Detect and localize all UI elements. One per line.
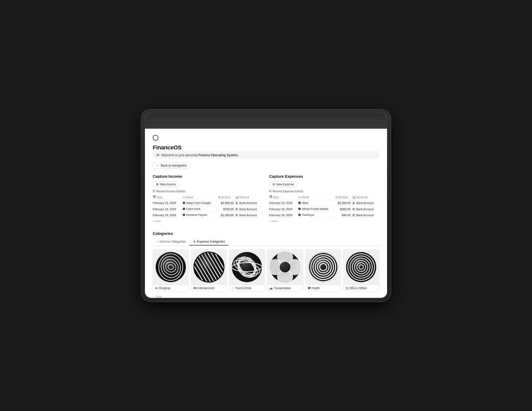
category-card[interactable]: 💙 Health [305, 249, 341, 292]
category-image [267, 249, 303, 285]
svg-point-6 [156, 252, 186, 282]
category-name: Entertainment [197, 286, 214, 290]
expenses-section: Capture Expenses ⊖ New Expense ⊖ Recent … [269, 174, 379, 224]
table-row: February 16, 2024 Whole Foods Market $30… [269, 206, 379, 212]
income-section: Capture Income ⊕ New Income ⊖ Recent Inc… [153, 174, 263, 224]
back-arrow-icon: ← [156, 164, 159, 167]
categories-title: Categories [153, 231, 379, 236]
income-account-header: 📊Account [235, 194, 263, 200]
new-category-row[interactable]: + New [153, 294, 379, 298]
category-image [343, 249, 379, 285]
category-image [229, 249, 265, 285]
category-label: 🏠 Bills & Utilities [343, 285, 379, 291]
svg-point-57 [346, 252, 376, 282]
table-row: February 16, 2024 Dividend Payout $1,200… [153, 212, 263, 218]
category-image [305, 249, 341, 285]
tab-income-categories[interactable]: ○ Income Categories [153, 238, 189, 245]
category-card[interactable]: 🍴 Food & Drink [229, 249, 265, 292]
minus-circle-icon2: ⊖ [272, 182, 275, 186]
plus-circle-icon: ⊕ [156, 182, 159, 186]
income-table: 📅Date AaName ⊕Amount 📊Ac [153, 194, 263, 218]
svg-point-19 [194, 252, 224, 282]
tab-expense-categories[interactable]: ⊖ Expense Categories [189, 238, 229, 245]
new-income-button[interactable]: ⊕ New Income [153, 181, 179, 187]
svg-point-30 [232, 252, 262, 282]
expense-amount: $1,500.00 [335, 200, 352, 206]
mail-icon: ✉ [156, 153, 159, 157]
income-name-header: AaName [183, 194, 218, 200]
categories-grid: 🛍 Shopping 🎮 Entertainment 🍴 Food & Dri [153, 249, 379, 292]
filled-circle-icon: ⊖ [193, 240, 196, 243]
category-card[interactable]: 🛍 Shopping [153, 249, 189, 292]
svg-point-38 [270, 252, 300, 282]
plus-icon: + [153, 295, 154, 298]
category-icon: 🛍 [155, 287, 158, 290]
income-account: 🏦Bank Account [235, 200, 263, 206]
expense-name: Rent [298, 200, 335, 206]
logo-icon [153, 135, 158, 141]
circle-icon: ○ [156, 240, 158, 243]
expense-name-header: AaName [298, 194, 335, 200]
minus-circle-icon: ⊖ [153, 189, 155, 193]
table-row: February 16, 2024 FiveGuys $40.00 🏦Bank … [269, 212, 379, 218]
income-name: Dividend Payout [183, 212, 218, 218]
expense-account: 🏦Bank Account [352, 212, 379, 218]
category-label: 🍴 Food & Drink [229, 285, 265, 291]
app-logo [153, 135, 379, 141]
income-name: Salary from Google [183, 200, 218, 206]
welcome-banner: ✉ Welcome to your personal Finance Opera… [153, 151, 379, 159]
category-name: Health [312, 286, 320, 290]
expense-date-header: 📅Date [269, 194, 298, 200]
expense-name: FiveGuys [298, 212, 335, 218]
new-category-label: New [156, 295, 162, 298]
new-expense-button[interactable]: ⊖ New Expense [269, 181, 297, 187]
income-account: 🏦Bank Account [235, 212, 263, 218]
category-name: Shopping [159, 286, 170, 290]
category-icon: 🏠 [345, 287, 349, 290]
category-card[interactable]: 🚗 Transportation [267, 249, 303, 292]
expense-new-row[interactable]: + New [269, 218, 379, 224]
category-label: 🛍 Shopping [153, 285, 189, 291]
screen-inner: FinanceOS ✉ Welcome to your personal Fin… [145, 113, 387, 298]
income-new-row[interactable]: + New [153, 218, 263, 224]
expense-account: 🏦Bank Account [352, 200, 379, 206]
new-income-label: New Income [160, 183, 176, 186]
category-name: Transportation [274, 286, 291, 290]
income-account: 🏦Bank Account [235, 206, 263, 212]
income-section-title: Capture Income [153, 174, 263, 179]
category-card[interactable]: 🏠 Bills & Utilities [343, 249, 379, 292]
expense-amount-header: ⊖Amount [335, 194, 352, 200]
expense-amount: $300.00 [335, 206, 352, 212]
new-expense-label: New Expense [276, 183, 294, 186]
screen: FinanceOS ✉ Welcome to your personal Fin… [145, 113, 387, 298]
capture-section: Capture Income ⊕ New Income ⊖ Recent Inc… [153, 174, 379, 224]
welcome-text: Welcome to your personal Finance Operati… [161, 153, 238, 157]
category-card[interactable]: 🎮 Entertainment [191, 249, 227, 292]
category-image [153, 249, 189, 285]
category-label: 🎮 Entertainment [191, 285, 227, 291]
category-name: Food & Drink [235, 286, 251, 290]
top-bar [145, 113, 387, 129]
expenses-table: 📅Date AaName ⊖Amount 📊Ac [269, 194, 379, 218]
category-name: Bills & Utilities [350, 286, 367, 290]
back-btn-label: Back to Navigation [161, 164, 187, 167]
tablet-frame: FinanceOS ✉ Welcome to your personal Fin… [141, 109, 391, 302]
income-amount: $3,500.00 [218, 200, 235, 206]
income-amount: $700.00 [218, 206, 235, 212]
table-row: February 16, 2024 Salary from Google $3,… [153, 200, 263, 206]
categories-tabs: ○ Income Categories ⊖ Expense Categories [153, 238, 379, 245]
category-label: 🚗 Transportation [267, 285, 303, 291]
expense-date: February 16, 2024 [269, 212, 298, 218]
income-name: Client work [183, 206, 218, 212]
category-icon: 🎮 [193, 287, 196, 290]
back-to-navigation-button[interactable]: ← Back to Navigation [153, 162, 190, 169]
expense-account-header: 📊Accounts [352, 194, 379, 200]
categories-section: Categories ○ Income Categories ⊖ Expense… [153, 231, 379, 298]
income-amount-header: ⊕Amount [218, 194, 235, 200]
income-amount: $1,200.00 [218, 212, 235, 218]
recent-income-label: ⊖ Recent Income Entries [153, 189, 263, 193]
expense-date: February 16, 2024 [269, 206, 298, 212]
content-area: FinanceOS ✉ Welcome to your personal Fin… [145, 129, 387, 298]
table-row: February 16, 2024 Rent $1,500.00 🏦Bank A… [269, 200, 379, 206]
table-row: February 16, 2024 Client work $700.00 🏦B… [153, 206, 263, 212]
